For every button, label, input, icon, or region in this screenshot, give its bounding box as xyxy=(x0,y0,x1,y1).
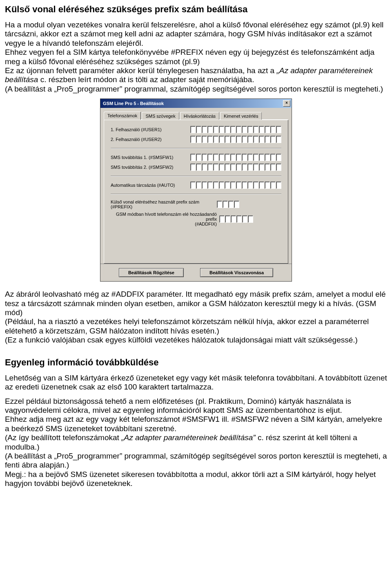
label-auto: Automatikus tárcsázás (#AUTO) xyxy=(111,183,190,188)
dialog-button-row: Beállítások Rögzítése Beállítások Vissza… xyxy=(100,264,292,281)
text-italic: „Az adapter paramétereinek beállítása” xyxy=(121,433,258,442)
input-user1[interactable] xyxy=(190,126,281,133)
dialog-window: GSM Line Pro 5 - Beállítások × Telefonsz… xyxy=(100,98,292,282)
paragraph: Ha a modul olyan vezetékes vonalra kerül… xyxy=(5,20,387,94)
row-user2: 2. Felhasználó (#USER2) xyxy=(111,136,281,143)
tab-hivaskorlatozas[interactable]: Híváskorlátozás xyxy=(180,112,219,120)
text: Az ábráról leolvasható még az #ADDFIX pa… xyxy=(5,290,385,317)
input-auto[interactable] xyxy=(190,181,281,189)
row-prefix: Külső vonal eléréséhez használt prefix s… xyxy=(111,199,281,209)
input-user2[interactable] xyxy=(190,136,281,143)
text: (#ADDFIX) xyxy=(195,222,217,226)
label-smsfw1: SMS továbbítás 1. (#SMSFW1) xyxy=(111,155,190,160)
row-user1: 1. Felhasználó (#USER1) xyxy=(111,126,281,133)
screenshot-container: GSM Line Pro 5 - Beállítások × Telefonsz… xyxy=(5,98,387,282)
heading-prefix: Külső vonal eléréséhez szükséges prefix … xyxy=(5,4,387,15)
text: c. részben leírt módon át is tölti az ad… xyxy=(40,75,254,84)
row-addfix: GSM módban hívott telefonszám elé hozzáa… xyxy=(111,212,281,226)
label-user1: 1. Felhasználó (#USER1) xyxy=(111,127,190,132)
text: (Ez a funkció valójában csak egyes külfö… xyxy=(5,336,358,344)
row-smsfw1: SMS továbbítás 1. (#SMSFW1) xyxy=(111,154,281,161)
text: (Például, ha a riasztó a vezetékes helyi… xyxy=(5,317,369,335)
text: (A beállítást a „Pro5_programmer” progra… xyxy=(5,85,383,93)
paragraph: Lehetőség van a SIM kártyára érkező üzen… xyxy=(5,374,387,392)
revert-button[interactable]: Beállítások Visszavonása xyxy=(200,268,273,277)
input-addfix[interactable] xyxy=(219,215,253,223)
label-prefix: Külső vonal eléréséhez használt prefix s… xyxy=(111,199,217,209)
text: Ha a modul olyan vezetékes vonalra kerül… xyxy=(5,20,383,47)
text: Ehhez vegyen fel a SIM kártya telefonkön… xyxy=(5,48,374,65)
paragraph: Az ábráról leolvasható még az #ADDFIX pa… xyxy=(5,290,387,345)
label-addfix: GSM módban hívott telefonszám elé hozzáa… xyxy=(111,212,219,226)
close-icon[interactable]: × xyxy=(283,100,290,107)
row-auto: Automatikus tárcsázás (#AUTO) xyxy=(111,181,281,189)
label-user2: 2. Felhasználó (#USER2) xyxy=(111,137,190,142)
text: GSM módban hívott telefonszám elé hozzáa… xyxy=(116,212,217,222)
input-prefix[interactable] xyxy=(217,201,239,208)
save-button[interactable]: Beállítások Rögzítése xyxy=(119,268,184,277)
text: Megj.: ha a bejövő SMS üzenetet sikerese… xyxy=(5,470,376,488)
input-smsfw1[interactable] xyxy=(190,154,281,161)
text: Ehhez adja meg azt az egy vagy két telef… xyxy=(5,415,382,432)
tab-strip: Telefonszámok SMS szövegek Híváskorlátoz… xyxy=(104,111,288,120)
window-title: GSM Line Pro 5 - Beállítások xyxy=(103,101,164,106)
divider xyxy=(111,176,281,177)
divider xyxy=(111,148,281,149)
tab-sms-szovegek[interactable]: SMS szövegek xyxy=(142,112,179,120)
input-smsfw2[interactable] xyxy=(190,163,281,171)
text: Ez az újonnan felvett paraméter akkor ke… xyxy=(5,66,276,75)
tab-kimenet-vezerles[interactable]: Kimenet vezérlés xyxy=(220,112,262,120)
divider xyxy=(111,194,281,195)
heading-egyenleg: Egyenleg információ továbbküldése xyxy=(5,357,387,368)
paragraph: Ezzel például biztonságossá tehető a nem… xyxy=(5,397,387,488)
tab-panel: 1. Felhasználó (#USER1) 2. Felhasználó (… xyxy=(104,120,288,264)
row-smsfw2: SMS továbbítás 2. (#SMSFW2) xyxy=(111,163,281,171)
label-smsfw2: SMS továbbítás 2. (#SMSFW2) xyxy=(111,165,190,170)
titlebar: GSM Line Pro 5 - Beállítások × xyxy=(100,99,292,108)
text: (A beállítást a „Pro5_programmer” progra… xyxy=(5,452,387,469)
text: (Az így beállított telefonszámokat xyxy=(5,433,121,442)
text: Ezzel például biztonságossá tehető a nem… xyxy=(5,397,351,414)
tab-telefonszamok[interactable]: Telefonszámok xyxy=(104,112,141,120)
